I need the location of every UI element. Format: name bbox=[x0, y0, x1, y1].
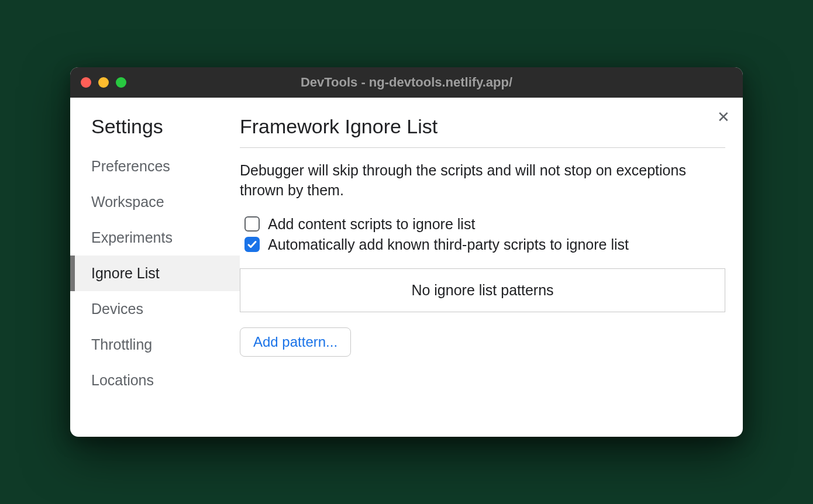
option-row: Automatically add known third-party scri… bbox=[240, 236, 725, 253]
sidebar-item-experiments[interactable]: Experiments bbox=[70, 220, 240, 256]
ignore-list-patterns-box: No ignore list patterns bbox=[240, 268, 725, 312]
sidebar-item-workspace[interactable]: Workspace bbox=[70, 184, 240, 220]
panel-description: Debugger will skip through the scripts a… bbox=[240, 161, 725, 201]
add-pattern-label: Add pattern... bbox=[253, 334, 337, 350]
sidebar-item-devices[interactable]: Devices bbox=[70, 291, 240, 327]
option-label: Add content scripts to ignore list bbox=[268, 216, 475, 233]
option-label: Automatically add known third-party scri… bbox=[268, 236, 629, 253]
sidebar-item-ignore-list[interactable]: Ignore List bbox=[70, 256, 240, 291]
window-title: DevTools - ng-devtools.netlify.app/ bbox=[301, 75, 512, 90]
checkbox[interactable] bbox=[244, 237, 260, 252]
add-pattern-button[interactable]: Add pattern... bbox=[240, 327, 351, 357]
window-titlebar: DevTools - ng-devtools.netlify.app/ bbox=[70, 67, 743, 98]
close-icon[interactable]: ✕ bbox=[717, 109, 730, 125]
devtools-settings-window: DevTools - ng-devtools.netlify.app/ ✕ Se… bbox=[70, 67, 743, 437]
sidebar-item-preferences[interactable]: Preferences bbox=[70, 149, 240, 184]
settings-main-panel: Framework Ignore List Debugger will skip… bbox=[240, 98, 743, 437]
window-zoom-button[interactable] bbox=[116, 77, 126, 88]
window-minimize-button[interactable] bbox=[98, 77, 109, 88]
window-close-button[interactable] bbox=[81, 77, 91, 88]
sidebar-title: Settings bbox=[70, 115, 240, 149]
option-row: Add content scripts to ignore list bbox=[240, 216, 725, 233]
sidebar-item-throttling[interactable]: Throttling bbox=[70, 327, 240, 363]
settings-sidebar: Settings PreferencesWorkspaceExperiments… bbox=[70, 98, 240, 437]
settings-content: ✕ Settings PreferencesWorkspaceExperimen… bbox=[70, 98, 743, 437]
traffic-lights bbox=[81, 77, 126, 88]
patterns-empty-text: No ignore list patterns bbox=[411, 282, 553, 298]
sidebar-item-locations[interactable]: Locations bbox=[70, 363, 240, 398]
panel-title: Framework Ignore List bbox=[240, 115, 725, 148]
checkbox[interactable] bbox=[244, 216, 260, 232]
